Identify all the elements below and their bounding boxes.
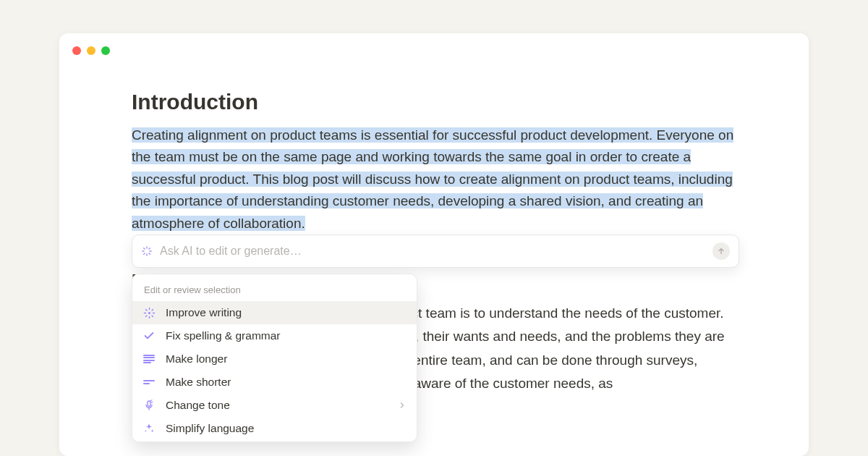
window-zoom-button[interactable] [101, 46, 110, 55]
lines-long-icon [142, 352, 156, 366]
check-icon [142, 329, 156, 342]
menu-item-label: Improve writing [166, 306, 242, 319]
ai-prompt-bar[interactable] [132, 235, 739, 268]
window-minimize-button[interactable] [87, 46, 95, 55]
magic-wand-icon [142, 306, 156, 319]
app-window: Introduction Creating alignment on produ… [59, 33, 809, 456]
menu-item-label: Make longer [166, 352, 227, 366]
sparkle-icon [142, 422, 156, 435]
menu-item-change-tone[interactable]: Change tone [132, 394, 417, 417]
menu-item-simplify-language[interactable]: Simplify language [132, 417, 417, 440]
menu-item-label: Fix spelling & grammar [166, 329, 281, 342]
lines-short-icon [142, 376, 156, 389]
menu-item-label: Make shorter [166, 376, 231, 389]
svg-point-0 [148, 311, 150, 313]
window-close-button[interactable] [72, 46, 81, 55]
paragraph-intro[interactable]: Creating alignment on product teams is e… [132, 124, 739, 235]
selected-text[interactable]: Creating alignment on product teams is e… [132, 127, 733, 231]
menu-item-make-shorter[interactable]: Make shorter [132, 371, 417, 394]
send-button[interactable] [712, 242, 730, 260]
ai-actions-menu: Edit or review selection Improve writing… [132, 274, 417, 442]
window-traffic-lights [72, 46, 110, 55]
menu-item-label: Simplify language [166, 422, 254, 435]
chevron-right-icon [398, 401, 407, 410]
menu-item-improve-writing[interactable]: Improve writing [132, 301, 417, 324]
menu-section-label: Edit or review selection [132, 279, 417, 301]
ai-prompt-input[interactable] [160, 245, 705, 258]
microphone-icon [142, 399, 156, 412]
sparkle-icon [141, 245, 153, 257]
svg-rect-1 [148, 401, 150, 406]
heading-introduction: Introduction [132, 90, 739, 114]
arrow-up-icon [717, 247, 726, 256]
menu-item-make-longer[interactable]: Make longer [132, 347, 417, 371]
menu-item-label: Change tone [166, 399, 230, 412]
menu-item-fix-spelling[interactable]: Fix spelling & grammar [132, 324, 417, 347]
